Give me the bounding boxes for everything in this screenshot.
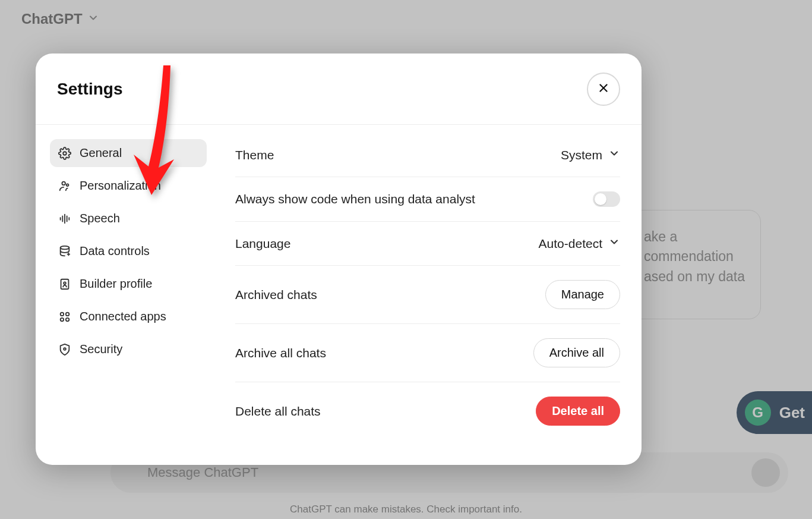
modal-body: General Personalization Speech Data cont… (36, 125, 642, 465)
delete-all-button[interactable]: Delete all (536, 397, 620, 426)
gear-icon (58, 147, 71, 160)
setting-label: Delete all chats (235, 404, 321, 419)
sidebar-item-label: Builder profile (80, 277, 152, 291)
chevron-down-icon (608, 147, 620, 162)
setting-archive-all: Archive all chats Archive all (235, 324, 620, 382)
sidebar-item-security[interactable]: Security (50, 335, 207, 363)
sidebar-item-data-controls[interactable]: Data controls (50, 237, 207, 265)
svg-point-18 (61, 317, 64, 321)
setting-label: Language (235, 237, 290, 251)
chevron-down-icon (87, 11, 99, 27)
svg-point-16 (61, 312, 64, 316)
waveform-icon (58, 212, 71, 225)
shield-icon (58, 343, 71, 356)
id-card-icon (58, 278, 71, 291)
composer-placeholder: Message ChatGPT (147, 465, 751, 480)
sidebar-item-builder-profile[interactable]: Builder profile (50, 270, 207, 298)
model-switcher[interactable]: ChatGPT (21, 11, 99, 27)
setting-label: Always show code when using data analyst (235, 192, 475, 206)
svg-point-17 (66, 312, 69, 316)
select-value: Auto-detect (539, 237, 602, 251)
svg-point-4 (62, 181, 65, 185)
setting-delete-all: Delete all chats Delete all (235, 382, 620, 440)
sidebar-item-personalization[interactable]: Personalization (50, 172, 207, 200)
person-icon (58, 180, 71, 193)
language-select[interactable]: Auto-detect (539, 236, 620, 251)
setting-label: Archived chats (235, 288, 317, 302)
app-name: ChatGPT (21, 11, 83, 27)
grammarly-icon: G (745, 400, 771, 426)
sidebar-item-label: Connected apps (80, 310, 166, 323)
modal-header: Settings (36, 54, 642, 125)
sidebar-item-label: Security (80, 342, 122, 356)
svg-point-15 (64, 282, 66, 284)
manage-archived-button[interactable]: Manage (545, 280, 620, 309)
apps-grid-icon (58, 310, 71, 323)
show-code-toggle[interactable] (593, 191, 620, 207)
svg-point-20 (64, 348, 66, 350)
setting-label: Archive all chats (235, 346, 326, 360)
sidebar-item-label: General (80, 146, 122, 160)
database-icon (58, 245, 71, 258)
select-value: System (561, 148, 602, 162)
send-button[interactable] (751, 458, 780, 487)
svg-point-11 (61, 246, 69, 249)
chevron-down-icon (608, 236, 620, 251)
svg-point-19 (66, 317, 69, 321)
svg-point-5 (67, 184, 69, 186)
sidebar-item-connected-apps[interactable]: Connected apps (50, 303, 207, 331)
sidebar-item-label: Personalization (80, 179, 161, 193)
theme-select[interactable]: System (561, 147, 620, 162)
settings-modal: Settings General Personalization (36, 54, 642, 465)
setting-theme: Theme System (235, 143, 620, 177)
grammarly-label: Get (779, 404, 805, 422)
svg-point-3 (63, 152, 67, 155)
setting-language: Language Auto-detect (235, 222, 620, 266)
settings-content: Theme System Always show code when using… (214, 125, 642, 465)
settings-sidebar: General Personalization Speech Data cont… (36, 125, 214, 465)
suggestion-text: ake a commendation ased on my data (644, 227, 747, 287)
sidebar-item-general[interactable]: General (50, 139, 207, 167)
close-icon (597, 81, 610, 97)
sidebar-item-speech[interactable]: Speech (50, 205, 207, 232)
modal-title: Settings (57, 80, 122, 99)
setting-archived-chats: Archived chats Manage (235, 266, 620, 324)
sidebar-item-label: Speech (80, 212, 120, 225)
setting-show-code: Always show code when using data analyst (235, 177, 620, 222)
grammarly-pill[interactable]: G Get (737, 391, 812, 434)
setting-label: Theme (235, 148, 274, 162)
archive-all-button[interactable]: Archive all (533, 338, 620, 367)
close-button[interactable] (587, 73, 620, 106)
sidebar-item-label: Data controls (80, 244, 150, 258)
disclaimer-text: ChatGPT can make mistakes. Check importa… (0, 504, 812, 515)
suggestion-card[interactable]: ake a commendation ased on my data (630, 210, 761, 319)
